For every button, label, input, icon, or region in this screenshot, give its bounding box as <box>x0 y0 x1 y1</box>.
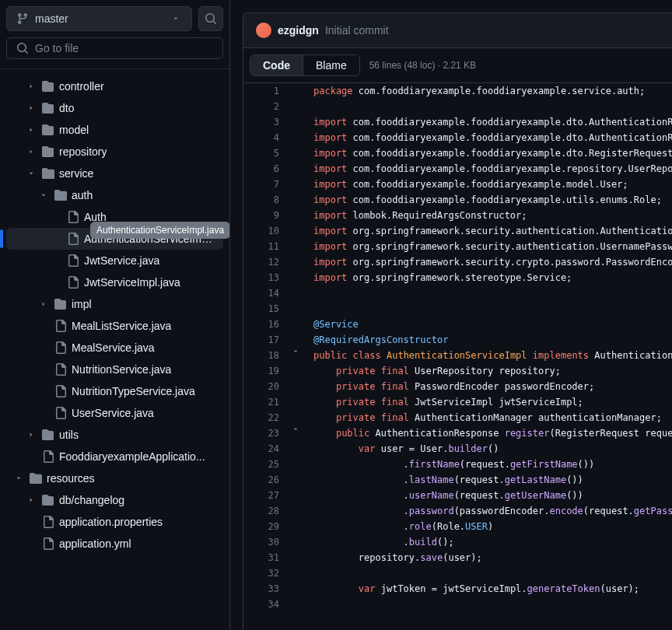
code-line[interactable]: 24 var user = User.builder() <box>243 441 672 457</box>
code-line[interactable]: 21 private final JwtServiceImpl jwtServi… <box>243 394 672 410</box>
tree-file[interactable]: MealListService.java <box>6 315 223 337</box>
line-number[interactable]: 1 <box>243 83 292 99</box>
chevron-icon[interactable] <box>37 298 50 310</box>
line-number[interactable]: 4 <box>243 130 292 145</box>
code-line[interactable]: 25 .firstName(request.getFirstName()) <box>243 457 672 472</box>
line-number[interactable]: 34 <box>243 597 292 612</box>
line-number[interactable]: 31 <box>243 550 292 565</box>
code-line[interactable]: 27 .userName(request.getUserName()) <box>243 488 672 503</box>
line-number[interactable]: 33 <box>243 581 292 597</box>
code-line[interactable]: 7import com.fooddiaryexample.fooddiaryex… <box>243 177 672 192</box>
code-line[interactable]: 8import com.fooddiaryexample.fooddiaryex… <box>243 192 672 208</box>
search-button[interactable] <box>198 6 223 31</box>
line-number[interactable]: 17 <box>243 332 292 348</box>
commit-message[interactable]: Initial commit <box>325 24 389 37</box>
line-number[interactable]: 25 <box>243 457 292 472</box>
line-number[interactable]: 23 <box>243 425 292 441</box>
code-line[interactable]: 32 <box>243 565 672 581</box>
code-line[interactable]: 30 .build(); <box>243 534 672 550</box>
file-tree[interactable]: AuthenticationServiceImpl.java controlle… <box>0 69 229 630</box>
chevron-icon[interactable] <box>25 124 37 136</box>
line-number[interactable]: 15 <box>243 301 292 317</box>
commit-author[interactable]: ezgidgn <box>278 24 319 37</box>
tree-folder[interactable]: db/changelog <box>6 489 223 511</box>
code-line[interactable]: 29 .role(Role.USER) <box>243 519 672 534</box>
tree-folder[interactable]: controller <box>6 75 223 97</box>
line-number[interactable]: 16 <box>243 317 292 332</box>
tree-file[interactable]: UserService.java <box>6 402 223 424</box>
line-number[interactable]: 29 <box>243 519 292 534</box>
chevron-icon[interactable] <box>25 167 37 180</box>
tree-folder[interactable]: resources <box>6 467 223 489</box>
line-number[interactable]: 9 <box>243 208 292 223</box>
commit-bar[interactable]: ezgidgn Initial commit <box>243 12 672 48</box>
line-number[interactable]: 2 <box>243 99 292 114</box>
code-line[interactable]: 4import com.fooddiaryexample.fooddiaryex… <box>243 130 672 145</box>
tree-file[interactable]: AuthenticationServiceImpl... <box>6 228 223 250</box>
tree-folder[interactable]: auth <box>6 184 223 206</box>
tree-file[interactable]: FooddiaryexampleApplicatio... <box>6 446 223 467</box>
code-line[interactable]: 5import com.fooddiaryexample.fooddiaryex… <box>243 145 672 161</box>
line-number[interactable]: 13 <box>243 270 292 285</box>
tree-file[interactable]: NutritionService.java <box>6 359 223 380</box>
line-number[interactable]: 7 <box>243 177 292 192</box>
line-number[interactable]: 6 <box>243 161 292 177</box>
tab-code[interactable]: Code <box>250 55 303 75</box>
line-number[interactable]: 5 <box>243 145 292 161</box>
code-line[interactable]: 31 repository.save(user); <box>243 550 672 565</box>
tree-file[interactable]: JwtService.java <box>6 250 223 271</box>
chevron-icon[interactable] <box>25 429 37 441</box>
chevron-icon[interactable] <box>25 102 37 114</box>
code-line[interactable]: 20 private final PasswordEncoder passwor… <box>243 379 672 394</box>
tree-file[interactable]: Auth <box>6 206 223 228</box>
tree-file[interactable]: JwtServiceImpl.java <box>6 271 223 293</box>
chevron-icon[interactable] <box>25 80 37 93</box>
fold-indicator[interactable] <box>292 425 307 441</box>
file-search[interactable] <box>6 37 223 59</box>
line-number[interactable]: 24 <box>243 441 292 457</box>
code-line[interactable]: 16@Service <box>243 317 672 332</box>
line-number[interactable]: 3 <box>243 114 292 130</box>
tree-folder[interactable]: dto <box>6 97 223 119</box>
file-search-input[interactable] <box>35 42 213 54</box>
tree-file[interactable]: application.properties <box>6 511 223 533</box>
tree-folder[interactable]: service <box>6 163 223 184</box>
fold-indicator[interactable] <box>292 348 307 363</box>
line-number[interactable]: 12 <box>243 254 292 270</box>
chevron-icon[interactable] <box>12 472 25 485</box>
line-number[interactable]: 14 <box>243 285 292 301</box>
code-line[interactable]: 22 private final AuthenticationManager a… <box>243 410 672 425</box>
tree-folder[interactable]: impl <box>6 293 223 315</box>
line-number[interactable]: 20 <box>243 379 292 394</box>
code-line[interactable]: 14 <box>243 285 672 301</box>
line-number[interactable]: 11 <box>243 239 292 254</box>
code-line[interactable]: 9import lombok.RequiredArgsConstructor; <box>243 208 672 223</box>
tree-folder[interactable]: model <box>6 119 223 141</box>
code-line[interactable]: 6import com.fooddiaryexample.fooddiaryex… <box>243 161 672 177</box>
code-line[interactable]: 17@RequiredArgsConstructor <box>243 332 672 348</box>
branch-select[interactable]: master <box>6 6 192 31</box>
code-line[interactable]: 34 <box>243 597 672 612</box>
code-line[interactable]: 13import org.springframework.stereotype.… <box>243 270 672 285</box>
code-line[interactable]: 18public class AuthenticationServiceImpl… <box>243 348 672 363</box>
line-number[interactable]: 18 <box>243 348 292 363</box>
line-number[interactable]: 21 <box>243 394 292 410</box>
chevron-icon[interactable] <box>25 145 37 158</box>
line-number[interactable]: 19 <box>243 363 292 379</box>
code-line[interactable]: 3import com.fooddiaryexample.fooddiaryex… <box>243 114 672 130</box>
tree-file[interactable]: NutritionTypeService.java <box>6 380 223 402</box>
line-number[interactable]: 27 <box>243 488 292 503</box>
code-line[interactable]: 19 private final UserRepository reposito… <box>243 363 672 379</box>
tree-folder[interactable]: utils <box>6 424 223 446</box>
code-line[interactable]: 15 <box>243 301 672 317</box>
tree-file[interactable]: application.yml <box>6 533 223 555</box>
code-line[interactable]: 28 .password(passwordEncoder.encode(requ… <box>243 503 672 519</box>
tab-blame[interactable]: Blame <box>303 55 359 75</box>
chevron-icon[interactable] <box>37 189 50 201</box>
code-line[interactable]: 10import org.springframework.security.au… <box>243 223 672 239</box>
code-line[interactable]: 12import org.springframework.security.cr… <box>243 254 672 270</box>
line-number[interactable]: 28 <box>243 503 292 519</box>
chevron-icon[interactable] <box>25 494 37 506</box>
code-view[interactable]: 1package com.fooddiaryexample.fooddiarye… <box>243 83 672 630</box>
tree-file[interactable]: MealService.java <box>6 337 223 359</box>
